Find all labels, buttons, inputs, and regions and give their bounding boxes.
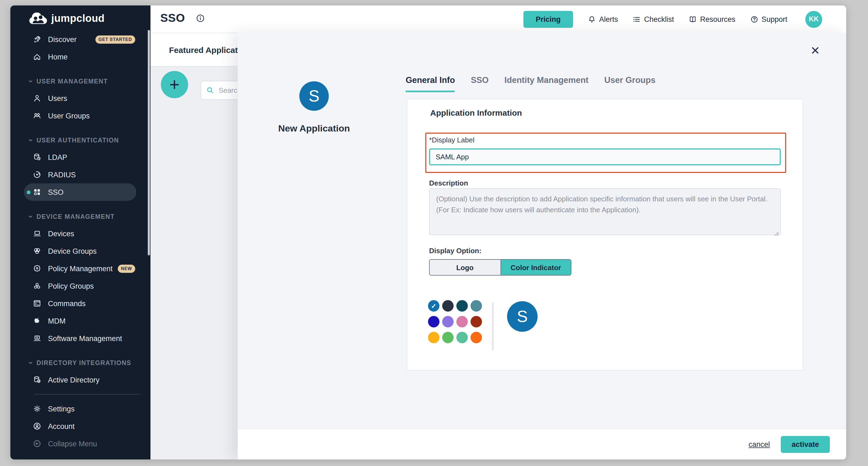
sidebar-item-mdm[interactable]: MDM <box>10 312 151 329</box>
tab-sso[interactable]: SSO <box>471 75 489 92</box>
sidebar-item-settings[interactable]: Settings <box>10 400 151 417</box>
add-application-button[interactable]: + <box>161 71 188 98</box>
sidebar-divider <box>34 394 141 395</box>
user-icon <box>33 94 41 103</box>
sidebar-item-radius[interactable]: RADIUS <box>10 166 151 183</box>
display-option-logo[interactable]: Logo <box>430 260 500 275</box>
sidebar-item-device-groups[interactable]: Device Groups <box>10 242 151 260</box>
color-swatch-2[interactable] <box>442 300 454 312</box>
sidebar-item-label: Account <box>48 422 75 430</box>
color-swatch-8[interactable] <box>470 316 482 327</box>
sidebar-item-label: Policy Groups <box>48 282 94 290</box>
activate-button[interactable]: activate <box>781 436 830 453</box>
radius-radar-icon <box>33 170 41 179</box>
sidebar-item-label: Home <box>48 53 68 61</box>
display-label-input[interactable] <box>429 148 781 165</box>
color-swatch-5[interactable] <box>428 316 439 327</box>
color-swatch-3[interactable] <box>456 300 468 312</box>
card-heading: Application Information <box>430 108 522 117</box>
chevron-down-icon <box>28 79 33 84</box>
sidebar-section-user-management[interactable]: USER MANAGEMENT <box>10 73 151 89</box>
alerts-label: Alerts <box>599 15 618 23</box>
color-swatch-4[interactable] <box>470 300 482 312</box>
chevron-down-icon <box>28 360 33 366</box>
policy-groups-icon <box>33 282 41 290</box>
sidebar-item-software-management[interactable]: Software Management <box>10 329 151 347</box>
sidebar-section-user-authentication[interactable]: USER AUTHENTICATION <box>10 132 151 148</box>
active-directory-database-icon <box>33 375 41 384</box>
checklist-label: Checklist <box>644 15 674 23</box>
bell-icon <box>588 15 596 23</box>
jumpcloud-logo[interactable]: jumpcloud <box>29 12 105 25</box>
user-group-icon <box>33 111 41 120</box>
sidebar-item-label: Devices <box>48 229 74 238</box>
support-label: Support <box>762 15 787 23</box>
sidebar-item-label: User Groups <box>48 112 90 120</box>
sidebar-scrollbar[interactable] <box>148 30 150 255</box>
color-swatch-11[interactable] <box>456 332 468 343</box>
sidebar-section-directory-integrations[interactable]: DIRECTORY INTEGRATIONS <box>10 355 151 371</box>
jumpcloud-cloud-icon <box>29 12 48 25</box>
display-option-label: Display Option: <box>429 246 482 255</box>
sidebar-item-devices[interactable]: Devices <box>10 225 151 242</box>
sidebar-item-active-directory[interactable]: Active Directory <box>10 371 151 388</box>
screenshot-stage: jumpcloud DiscoverGET STARTEDHomeUSER MA… <box>0 0 868 466</box>
sidebar-item-label: Settings <box>48 405 75 413</box>
modal-footer: cancel activate <box>238 428 846 460</box>
sidebar-item-label: SSO <box>48 188 64 196</box>
info-icon[interactable] <box>196 13 205 23</box>
color-swatch-1[interactable]: ✓ <box>428 300 439 312</box>
sidebar-item-home[interactable]: Home <box>10 48 151 65</box>
sidebar-item-users[interactable]: Users <box>10 89 151 107</box>
devices-laptop-icon <box>33 229 41 238</box>
cancel-button[interactable]: cancel <box>749 440 770 448</box>
sidebar-item-sso[interactable]: SSO <box>24 183 136 201</box>
color-swatch-10[interactable] <box>442 332 454 343</box>
sidebar-item-collapse-menu[interactable]: Collapse Menu <box>10 435 151 453</box>
sidebar-item-label: Software Management <box>48 334 122 342</box>
ldap-database-icon <box>33 153 41 162</box>
sidebar-item-policy-management[interactable]: Policy ManagementNEW <box>10 260 151 277</box>
checklist-button[interactable]: Checklist <box>633 15 674 23</box>
color-swatch-9[interactable] <box>428 332 439 343</box>
sidebar-item-label: MDM <box>48 317 66 325</box>
color-swatch-12[interactable] <box>470 332 482 343</box>
description-textarea[interactable] <box>429 188 781 235</box>
checklist-icon <box>633 15 641 23</box>
resources-button[interactable]: Resources <box>689 15 735 23</box>
tab-general-info[interactable]: General Info <box>406 75 455 92</box>
sidebar-section-label: DIRECTORY INTEGRATIONS <box>36 359 131 366</box>
rocket-icon <box>33 35 41 43</box>
support-button[interactable]: Support <box>750 15 787 23</box>
tab-identity-management[interactable]: Identity Management <box>504 75 588 92</box>
app-window: jumpcloud DiscoverGET STARTEDHomeUSER MA… <box>10 5 846 460</box>
user-avatar[interactable]: KK <box>805 11 822 28</box>
pricing-button[interactable]: Pricing <box>523 11 573 28</box>
close-icon[interactable]: ✕ <box>810 45 820 56</box>
application-information-card: Application Information *Display Label D… <box>407 99 803 371</box>
alerts-button[interactable]: Alerts <box>588 15 618 23</box>
sidebar-item-ldap[interactable]: LDAP <box>10 148 151 166</box>
color-swatch-6[interactable] <box>442 316 454 327</box>
policy-badge-icon <box>33 264 41 273</box>
sso-grid-icon <box>33 188 41 197</box>
application-name: New Application <box>254 123 374 134</box>
sidebar-item-discover[interactable]: DiscoverGET STARTED <box>10 31 151 48</box>
sidebar-item-user-groups[interactable]: User Groups <box>10 107 151 124</box>
resources-label: Resources <box>700 15 735 23</box>
sidebar-item-label: Device Groups <box>48 247 97 255</box>
color-swatch-grid: ✓ <box>428 300 482 343</box>
sidebar-item-account[interactable]: Account <box>10 417 151 435</box>
search-icon <box>206 86 214 94</box>
software-laptop-icon <box>33 334 41 343</box>
get-started-badge: GET STARTED <box>95 35 135 43</box>
sidebar-item-label: Active Directory <box>48 376 99 384</box>
resize-handle-icon[interactable] <box>774 229 779 234</box>
tab-user-groups[interactable]: User Groups <box>604 75 656 92</box>
sidebar-item-commands[interactable]: Commands <box>10 295 151 312</box>
sidebar-item-policy-groups[interactable]: Policy Groups <box>10 277 151 295</box>
sidebar-section-device-management[interactable]: DEVICE MANAGEMENT <box>10 208 151 225</box>
display-option-color-indicator[interactable]: Color Indicator <box>500 260 571 275</box>
color-swatch-7[interactable] <box>456 316 468 327</box>
sidebar-section-label: USER MANAGEMENT <box>36 78 108 85</box>
